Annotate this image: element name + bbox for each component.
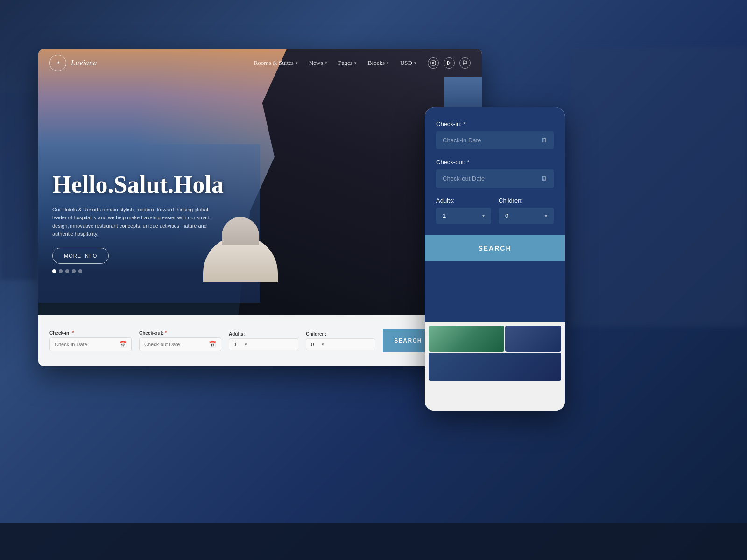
children-field: Children: 0 1 2 3 ▾ [306, 331, 375, 350]
checkin-field: Check-in: * 📅 [49, 330, 132, 351]
calendar-icon: 📅 [119, 341, 127, 348]
checkin-input[interactable] [55, 342, 119, 347]
mobile-adults-children: Adults: 1 ▾ Children: 0 ▾ [436, 197, 554, 224]
mobile-checkout-label: Check-out: * [436, 159, 554, 166]
mobile-gallery-thumb-3[interactable] [429, 353, 561, 381]
chevron-icon: ▾ [354, 61, 357, 65]
chevron-icon: ▾ [414, 61, 416, 65]
mobile-checkin-group: Check-in: * Check-in Date 🗓 [436, 120, 554, 149]
nav-rooms-suites[interactable]: Rooms & Suites ▾ [250, 57, 302, 69]
nav-blocks[interactable]: Blocks ▾ [364, 57, 393, 69]
nav-news[interactable]: News ▾ [305, 57, 331, 69]
hero-section: ✦ Luviana Rooms & Suites ▾ News ▾ Pages … [38, 49, 482, 366]
dot-5[interactable] [78, 269, 82, 273]
adults-field: Adults: 1 2 3 4 ▾ [229, 331, 298, 350]
calendar-icon-2: 📅 [209, 341, 216, 348]
svg-point-1 [432, 62, 434, 64]
booking-bar: Check-in: * 📅 Check-out: * 📅 [38, 315, 444, 366]
adults-chevron: ▾ [245, 342, 247, 347]
children-select-wrap[interactable]: 0 1 2 3 ▾ [306, 338, 375, 350]
nav-currency[interactable]: USD ▾ [396, 57, 420, 69]
adults-select-wrap[interactable]: 1 2 3 4 ▾ [229, 338, 298, 350]
children-label: Children: [306, 331, 375, 336]
bg-decoration-left [0, 93, 37, 280]
mobile-booking-panel: Check-in: * Check-in Date 🗓 Check-out: *… [425, 107, 565, 322]
bottom-bar [0, 523, 747, 560]
laptop-mockup: ✦ Luviana Rooms & Suites ▾ News ▾ Pages … [38, 49, 482, 366]
children-chevron: ▾ [322, 342, 324, 347]
carousel-dots [52, 269, 82, 273]
children-arrow-icon: ▾ [545, 213, 547, 218]
mobile-checkin-input[interactable]: Check-in Date 🗓 [436, 131, 554, 149]
mobile-children-field: Children: 0 ▾ [499, 197, 554, 224]
mobile-gallery [425, 322, 565, 411]
adults-label: Adults: [229, 331, 298, 336]
dot-2[interactable] [59, 269, 63, 273]
hero-title: Hello.Salut.Hola [52, 171, 224, 198]
mobile-adults-field: Adults: 1 ▾ [436, 197, 491, 224]
svg-rect-0 [431, 61, 436, 65]
mobile-checkout-group: Check-out: * Check-out Date 🗓 [436, 159, 554, 188]
svg-point-2 [434, 62, 435, 62]
logo-circle: ✦ [49, 55, 66, 71]
nav-links: Rooms & Suites ▾ News ▾ Pages ▾ Blocks ▾… [250, 57, 420, 69]
nav-social-icons [428, 57, 471, 69]
adults-select[interactable]: 1 2 3 4 [234, 342, 245, 347]
main-nav: ✦ Luviana Rooms & Suites ▾ News ▾ Pages … [38, 49, 482, 77]
logo-area[interactable]: ✦ Luviana [49, 55, 97, 71]
mobile-adults-select[interactable]: 1 ▾ [436, 208, 491, 224]
chevron-icon: ▾ [296, 61, 298, 65]
brand-name: Luviana [71, 59, 97, 67]
mobile-gallery-thumb-1[interactable] [429, 326, 504, 352]
chevron-icon: ▾ [387, 61, 389, 65]
chevron-icon: ▾ [325, 61, 327, 65]
mobile-children-select[interactable]: 0 ▾ [499, 208, 554, 224]
mobile-search-button[interactable]: SEARCH [425, 235, 565, 261]
svg-marker-3 [448, 61, 451, 65]
mobile-children-label: Children: [499, 197, 554, 204]
checkin-input-wrap[interactable]: 📅 [49, 337, 132, 351]
dot-1[interactable] [52, 269, 56, 273]
mobile-calendar-icon-1: 🗓 [541, 137, 547, 144]
mobile-checkout-input[interactable]: Check-out Date 🗓 [436, 169, 554, 188]
children-select[interactable]: 0 1 2 3 [311, 342, 322, 347]
instagram-icon[interactable] [428, 57, 439, 69]
checkout-input-wrap[interactable]: 📅 [139, 337, 221, 351]
nav-pages[interactable]: Pages ▾ [335, 57, 360, 69]
mobile-calendar-icon-2: 🗓 [541, 175, 547, 182]
checkout-field: Check-out: * 📅 [139, 330, 221, 351]
video-icon[interactable] [444, 57, 455, 69]
checkout-label: Check-out: * [139, 330, 221, 336]
more-info-button[interactable]: MORE INFO [52, 248, 109, 264]
flag-icon[interactable] [459, 57, 471, 69]
checkin-label: Check-in: * [49, 330, 132, 336]
checkout-input[interactable] [144, 342, 209, 347]
mobile-mockup: Check-in: * Check-in Date 🗓 Check-out: *… [425, 107, 565, 411]
dot-4[interactable] [72, 269, 76, 273]
logo-symbol: ✦ [56, 60, 60, 67]
mobile-checkin-label: Check-in: * [436, 120, 554, 127]
adults-arrow-icon: ▾ [482, 213, 485, 218]
bg-decoration-right [570, 47, 747, 327]
dot-3[interactable] [65, 269, 69, 273]
hero-content: Hello.Salut.Hola Our Hotels & Resorts re… [52, 171, 224, 264]
hero-description: Our Hotels & Resorts remain stylish, mod… [52, 206, 220, 238]
mobile-gallery-thumb-2[interactable] [505, 326, 561, 352]
mobile-adults-label: Adults: [436, 197, 491, 204]
